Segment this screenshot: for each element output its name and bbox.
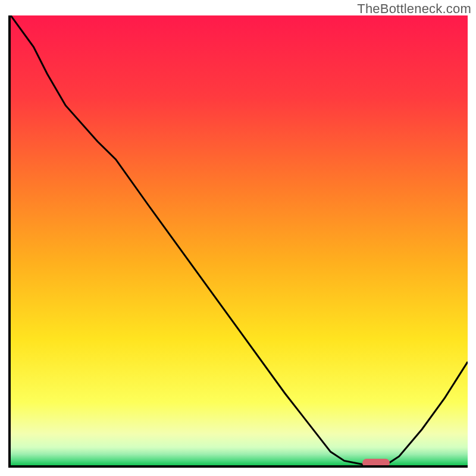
plot-area [8,15,468,468]
line-curve [11,15,468,465]
curve-path [11,15,468,465]
chart-container: TheBottleneck.com [0,0,476,476]
watermark-text: TheBottleneck.com [357,1,471,17]
optimal-marker [362,459,390,467]
